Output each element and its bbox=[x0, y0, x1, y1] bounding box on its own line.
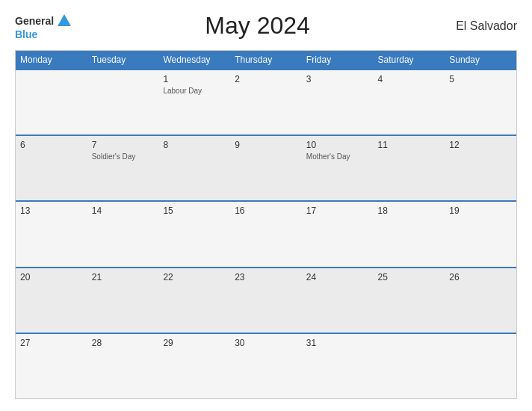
day-number: 30 bbox=[235, 338, 297, 348]
calendar-cell: 1Labour Day bbox=[158, 70, 230, 135]
calendar-cell: 2 bbox=[230, 70, 302, 135]
holiday-label: Mother's Day bbox=[306, 152, 369, 161]
day-number: 12 bbox=[449, 140, 512, 150]
day-number: 15 bbox=[163, 206, 226, 216]
day-number: 27 bbox=[20, 338, 83, 348]
calendar-cell: 14 bbox=[87, 202, 159, 266]
day-number: 26 bbox=[449, 272, 512, 282]
calendar-cell: 19 bbox=[445, 202, 516, 266]
col-wednesday: Wednesday bbox=[158, 51, 230, 69]
day-number: 29 bbox=[163, 338, 226, 348]
svg-marker-0 bbox=[58, 14, 71, 26]
calendar-cell: 13 bbox=[16, 202, 87, 266]
calendar-cell: 4 bbox=[374, 70, 445, 135]
day-number: 2 bbox=[235, 74, 297, 84]
calendar-cell: 7Soldier's Day bbox=[87, 136, 159, 200]
calendar-cell: 26 bbox=[445, 268, 516, 333]
col-saturday: Saturday bbox=[374, 51, 445, 69]
holiday-label: Soldier's Day bbox=[92, 152, 155, 161]
calendar: Monday Tuesday Wednesday Thursday Friday… bbox=[15, 50, 517, 399]
calendar-cell: 28 bbox=[87, 334, 159, 398]
calendar-cell: 29 bbox=[158, 334, 230, 398]
calendar-cell: 10Mother's Day bbox=[302, 136, 374, 200]
calendar-cell: 21 bbox=[87, 268, 159, 333]
day-number: 22 bbox=[163, 272, 226, 282]
calendar-cell: 11 bbox=[374, 136, 445, 200]
day-number: 6 bbox=[20, 140, 83, 150]
page-title: May 2024 bbox=[72, 12, 442, 40]
day-number: 21 bbox=[92, 272, 155, 282]
day-number: 31 bbox=[306, 338, 369, 348]
day-number: 20 bbox=[20, 272, 83, 282]
day-number: 28 bbox=[92, 338, 155, 348]
col-thursday: Thursday bbox=[230, 51, 302, 69]
calendar-cell: 20 bbox=[16, 268, 87, 333]
calendar-cell: 23 bbox=[230, 268, 302, 333]
calendar-cell: 9 bbox=[230, 136, 302, 200]
logo-blue: Blue bbox=[15, 29, 72, 40]
calendar-header: Monday Tuesday Wednesday Thursday Friday… bbox=[16, 51, 516, 69]
day-number: 18 bbox=[378, 206, 441, 216]
calendar-cell: 31 bbox=[302, 334, 374, 398]
calendar-body: 1Labour Day234567Soldier's Day8910Mother… bbox=[16, 69, 516, 398]
calendar-cell: 24 bbox=[302, 268, 374, 333]
calendar-cell: 5 bbox=[445, 70, 516, 135]
calendar-week-5: 2728293031 bbox=[16, 333, 516, 398]
holiday-label: Labour Day bbox=[163, 86, 226, 96]
col-tuesday: Tuesday bbox=[87, 51, 159, 69]
country-label: El Salvador bbox=[442, 19, 517, 33]
day-number: 11 bbox=[378, 140, 441, 150]
day-number: 17 bbox=[306, 206, 369, 216]
day-number: 1 bbox=[163, 74, 226, 84]
calendar-cell: 25 bbox=[374, 268, 445, 333]
calendar-cell: 30 bbox=[230, 334, 302, 398]
day-number: 13 bbox=[20, 206, 83, 216]
calendar-cell bbox=[445, 334, 516, 398]
logo: General Blue bbox=[15, 13, 72, 40]
calendar-cell: 27 bbox=[16, 334, 87, 398]
calendar-cell: 18 bbox=[374, 202, 445, 266]
calendar-cell bbox=[87, 70, 159, 135]
day-number: 3 bbox=[306, 74, 369, 84]
day-number: 16 bbox=[235, 206, 297, 216]
day-number: 10 bbox=[306, 140, 369, 150]
logo-general: General bbox=[15, 16, 54, 26]
col-sunday: Sunday bbox=[445, 51, 516, 69]
calendar-week-4: 20212223242526 bbox=[16, 267, 516, 333]
day-number: 25 bbox=[378, 272, 441, 282]
calendar-cell bbox=[374, 334, 445, 398]
calendar-cell: 3 bbox=[302, 70, 374, 135]
day-number: 5 bbox=[449, 74, 512, 84]
page-header: General Blue May 2024 El Salvador bbox=[15, 12, 517, 40]
calendar-cell: 16 bbox=[230, 202, 302, 266]
calendar-week-3: 13141516171819 bbox=[16, 200, 516, 266]
calendar-cell: 17 bbox=[302, 202, 374, 266]
col-friday: Friday bbox=[302, 51, 374, 69]
calendar-cell: 12 bbox=[445, 136, 516, 200]
calendar-week-1: 1Labour Day2345 bbox=[16, 69, 516, 135]
day-number: 23 bbox=[235, 272, 297, 282]
calendar-cell: 15 bbox=[158, 202, 230, 266]
calendar-cell bbox=[16, 70, 87, 135]
col-monday: Monday bbox=[16, 51, 87, 69]
day-number: 8 bbox=[163, 140, 226, 150]
day-number: 14 bbox=[92, 206, 155, 216]
calendar-cell: 22 bbox=[158, 268, 230, 333]
day-number: 4 bbox=[378, 74, 441, 84]
calendar-cell: 6 bbox=[16, 136, 87, 200]
calendar-cell: 8 bbox=[158, 136, 230, 200]
day-number: 19 bbox=[449, 206, 512, 216]
logo-triangle-icon bbox=[56, 13, 72, 29]
calendar-week-2: 67Soldier's Day8910Mother's Day1112 bbox=[16, 135, 516, 200]
day-number: 9 bbox=[235, 140, 297, 150]
day-number: 24 bbox=[306, 272, 369, 282]
day-number: 7 bbox=[92, 140, 155, 150]
